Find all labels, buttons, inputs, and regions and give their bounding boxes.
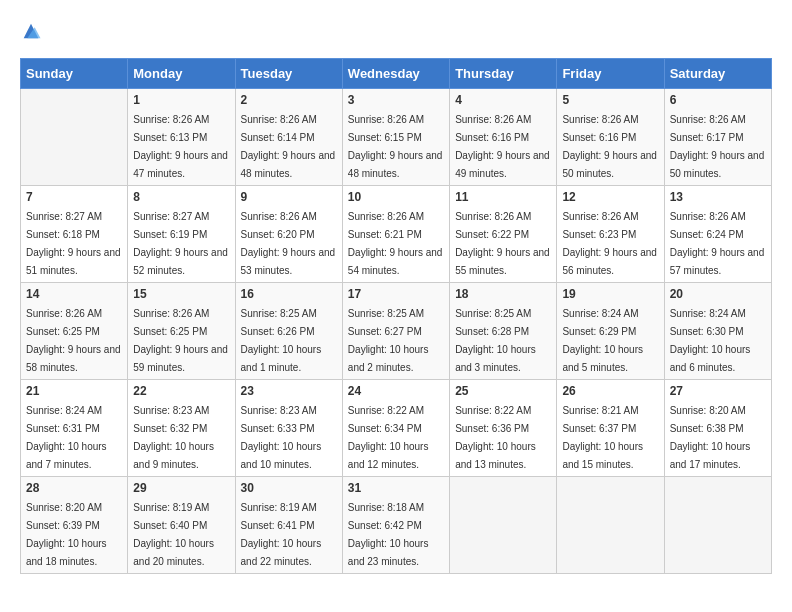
day-sunset: Sunset: 6:31 PM <box>26 423 100 434</box>
calendar-cell: 22 Sunrise: 8:23 AM Sunset: 6:32 PM Dayl… <box>128 380 235 477</box>
day-daylight: Daylight: 9 hours and 48 minutes. <box>348 150 443 179</box>
calendar-cell: 25 Sunrise: 8:22 AM Sunset: 6:36 PM Dayl… <box>450 380 557 477</box>
calendar-cell: 30 Sunrise: 8:19 AM Sunset: 6:41 PM Dayl… <box>235 477 342 574</box>
day-sunset: Sunset: 6:16 PM <box>455 132 529 143</box>
day-number: 6 <box>670 93 766 107</box>
calendar-cell: 27 Sunrise: 8:20 AM Sunset: 6:38 PM Dayl… <box>664 380 771 477</box>
calendar-cell: 26 Sunrise: 8:21 AM Sunset: 6:37 PM Dayl… <box>557 380 664 477</box>
day-daylight: Daylight: 10 hours and 17 minutes. <box>670 441 751 470</box>
day-sunset: Sunset: 6:19 PM <box>133 229 207 240</box>
day-sunset: Sunset: 6:34 PM <box>348 423 422 434</box>
day-header-tuesday: Tuesday <box>235 59 342 89</box>
day-sunrise: Sunrise: 8:23 AM <box>133 405 209 416</box>
day-number: 18 <box>455 287 551 301</box>
day-sunrise: Sunrise: 8:23 AM <box>241 405 317 416</box>
day-daylight: Daylight: 9 hours and 59 minutes. <box>133 344 228 373</box>
day-sunset: Sunset: 6:36 PM <box>455 423 529 434</box>
calendar-table: SundayMondayTuesdayWednesdayThursdayFrid… <box>20 58 772 574</box>
day-sunrise: Sunrise: 8:21 AM <box>562 405 638 416</box>
calendar-cell: 5 Sunrise: 8:26 AM Sunset: 6:16 PM Dayli… <box>557 89 664 186</box>
calendar-cell: 2 Sunrise: 8:26 AM Sunset: 6:14 PM Dayli… <box>235 89 342 186</box>
day-sunset: Sunset: 6:25 PM <box>133 326 207 337</box>
calendar-cell: 7 Sunrise: 8:27 AM Sunset: 6:18 PM Dayli… <box>21 186 128 283</box>
day-header-friday: Friday <box>557 59 664 89</box>
day-number: 11 <box>455 190 551 204</box>
day-header-wednesday: Wednesday <box>342 59 449 89</box>
calendar-cell: 14 Sunrise: 8:26 AM Sunset: 6:25 PM Dayl… <box>21 283 128 380</box>
day-number: 17 <box>348 287 444 301</box>
day-sunset: Sunset: 6:17 PM <box>670 132 744 143</box>
day-number: 1 <box>133 93 229 107</box>
calendar-cell <box>664 477 771 574</box>
day-sunrise: Sunrise: 8:24 AM <box>670 308 746 319</box>
calendar-cell <box>450 477 557 574</box>
day-number: 21 <box>26 384 122 398</box>
day-header-saturday: Saturday <box>664 59 771 89</box>
calendar-cell: 16 Sunrise: 8:25 AM Sunset: 6:26 PM Dayl… <box>235 283 342 380</box>
day-daylight: Daylight: 10 hours and 13 minutes. <box>455 441 536 470</box>
day-number: 25 <box>455 384 551 398</box>
calendar-cell <box>557 477 664 574</box>
day-sunrise: Sunrise: 8:26 AM <box>133 114 209 125</box>
day-sunset: Sunset: 6:33 PM <box>241 423 315 434</box>
day-sunset: Sunset: 6:23 PM <box>562 229 636 240</box>
day-number: 7 <box>26 190 122 204</box>
day-sunset: Sunset: 6:21 PM <box>348 229 422 240</box>
calendar-cell: 9 Sunrise: 8:26 AM Sunset: 6:20 PM Dayli… <box>235 186 342 283</box>
day-sunset: Sunset: 6:16 PM <box>562 132 636 143</box>
day-sunrise: Sunrise: 8:22 AM <box>348 405 424 416</box>
day-sunrise: Sunrise: 8:26 AM <box>455 211 531 222</box>
day-header-monday: Monday <box>128 59 235 89</box>
day-number: 27 <box>670 384 766 398</box>
day-sunrise: Sunrise: 8:22 AM <box>455 405 531 416</box>
day-sunset: Sunset: 6:38 PM <box>670 423 744 434</box>
day-daylight: Daylight: 9 hours and 51 minutes. <box>26 247 121 276</box>
calendar-cell: 19 Sunrise: 8:24 AM Sunset: 6:29 PM Dayl… <box>557 283 664 380</box>
day-sunrise: Sunrise: 8:19 AM <box>241 502 317 513</box>
day-daylight: Daylight: 10 hours and 10 minutes. <box>241 441 322 470</box>
calendar-week-row: 14 Sunrise: 8:26 AM Sunset: 6:25 PM Dayl… <box>21 283 772 380</box>
calendar-week-row: 7 Sunrise: 8:27 AM Sunset: 6:18 PM Dayli… <box>21 186 772 283</box>
logo <box>20 20 46 42</box>
day-sunset: Sunset: 6:26 PM <box>241 326 315 337</box>
calendar-cell: 8 Sunrise: 8:27 AM Sunset: 6:19 PM Dayli… <box>128 186 235 283</box>
day-daylight: Daylight: 9 hours and 52 minutes. <box>133 247 228 276</box>
calendar-cell: 17 Sunrise: 8:25 AM Sunset: 6:27 PM Dayl… <box>342 283 449 380</box>
page-header <box>20 20 772 42</box>
calendar-cell: 11 Sunrise: 8:26 AM Sunset: 6:22 PM Dayl… <box>450 186 557 283</box>
day-daylight: Daylight: 10 hours and 12 minutes. <box>348 441 429 470</box>
day-sunset: Sunset: 6:40 PM <box>133 520 207 531</box>
day-number: 22 <box>133 384 229 398</box>
day-sunset: Sunset: 6:25 PM <box>26 326 100 337</box>
logo-icon <box>20 20 42 42</box>
calendar-cell: 18 Sunrise: 8:25 AM Sunset: 6:28 PM Dayl… <box>450 283 557 380</box>
day-sunrise: Sunrise: 8:27 AM <box>133 211 209 222</box>
day-daylight: Daylight: 10 hours and 9 minutes. <box>133 441 214 470</box>
calendar-cell: 6 Sunrise: 8:26 AM Sunset: 6:17 PM Dayli… <box>664 89 771 186</box>
day-sunset: Sunset: 6:22 PM <box>455 229 529 240</box>
day-daylight: Daylight: 10 hours and 15 minutes. <box>562 441 643 470</box>
day-sunrise: Sunrise: 8:24 AM <box>26 405 102 416</box>
day-sunset: Sunset: 6:28 PM <box>455 326 529 337</box>
day-sunrise: Sunrise: 8:26 AM <box>562 211 638 222</box>
day-sunrise: Sunrise: 8:18 AM <box>348 502 424 513</box>
day-sunset: Sunset: 6:18 PM <box>26 229 100 240</box>
calendar-cell: 12 Sunrise: 8:26 AM Sunset: 6:23 PM Dayl… <box>557 186 664 283</box>
day-sunrise: Sunrise: 8:19 AM <box>133 502 209 513</box>
day-daylight: Daylight: 10 hours and 1 minute. <box>241 344 322 373</box>
day-number: 20 <box>670 287 766 301</box>
calendar-cell: 15 Sunrise: 8:26 AM Sunset: 6:25 PM Dayl… <box>128 283 235 380</box>
day-sunset: Sunset: 6:42 PM <box>348 520 422 531</box>
calendar-header-row: SundayMondayTuesdayWednesdayThursdayFrid… <box>21 59 772 89</box>
day-sunset: Sunset: 6:24 PM <box>670 229 744 240</box>
calendar-cell: 10 Sunrise: 8:26 AM Sunset: 6:21 PM Dayl… <box>342 186 449 283</box>
day-sunrise: Sunrise: 8:26 AM <box>670 211 746 222</box>
calendar-week-row: 28 Sunrise: 8:20 AM Sunset: 6:39 PM Dayl… <box>21 477 772 574</box>
day-number: 19 <box>562 287 658 301</box>
day-sunrise: Sunrise: 8:25 AM <box>455 308 531 319</box>
day-daylight: Daylight: 9 hours and 57 minutes. <box>670 247 765 276</box>
day-number: 30 <box>241 481 337 495</box>
calendar-cell: 29 Sunrise: 8:19 AM Sunset: 6:40 PM Dayl… <box>128 477 235 574</box>
calendar-cell: 1 Sunrise: 8:26 AM Sunset: 6:13 PM Dayli… <box>128 89 235 186</box>
day-number: 3 <box>348 93 444 107</box>
